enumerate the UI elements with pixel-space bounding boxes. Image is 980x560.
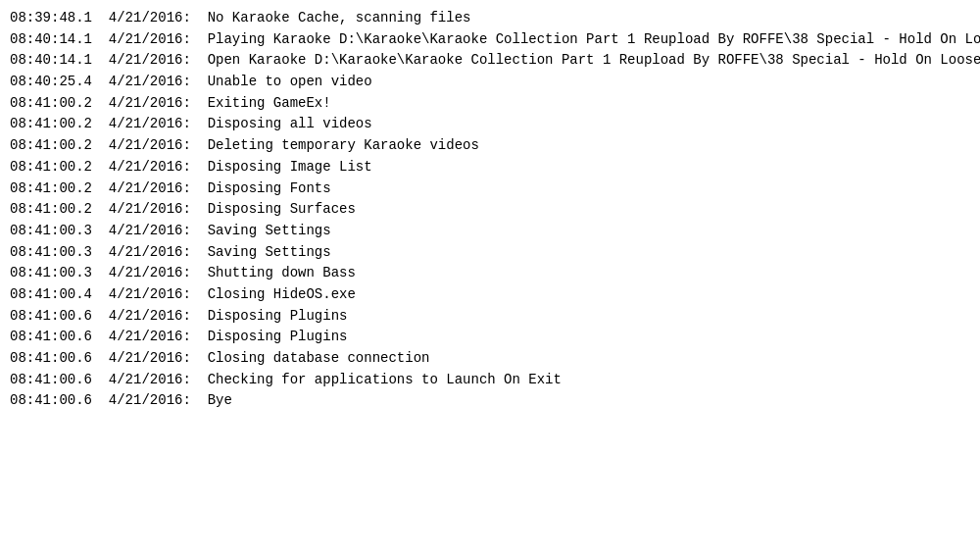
log-line: 08:41:00.2 4/21/2016: Disposing Image Li… <box>10 157 970 178</box>
log-line: 08:41:00.2 4/21/2016: Disposing Fonts <box>10 178 970 200</box>
log-line: 08:41:00.6 4/21/2016: Bye <box>10 390 970 412</box>
log-line: 08:41:00.2 4/21/2016: Deleting temporary… <box>10 135 970 157</box>
log-line: 08:41:00.3 4/21/2016: Saving Settings <box>10 221 970 242</box>
log-line: 08:40:25.4 4/21/2016: Unable to open vid… <box>10 72 970 93</box>
log-line: 08:41:00.3 4/21/2016: Saving Settings <box>10 242 970 264</box>
log-line: 08:40:14.1 4/21/2016: Playing Karaoke D:… <box>10 29 970 51</box>
log-line: 08:39:48.1 4/21/2016: No Karaoke Cache, … <box>10 8 970 29</box>
log-container: 08:39:48.1 4/21/2016: No Karaoke Cache, … <box>0 0 980 560</box>
log-line: 08:41:00.3 4/21/2016: Shutting down Bass <box>10 263 970 284</box>
log-line: 08:41:00.6 4/21/2016: Disposing Plugins <box>10 327 970 348</box>
log-line: 08:41:00.2 4/21/2016: Disposing all vide… <box>10 114 970 135</box>
log-line: 08:41:00.2 4/21/2016: Exiting GameEx! <box>10 93 970 115</box>
log-line: 08:41:00.6 4/21/2016: Closing database c… <box>10 348 970 370</box>
log-line: 08:41:00.2 4/21/2016: Disposing Surfaces <box>10 199 970 221</box>
log-line: 08:40:14.1 4/21/2016: Open Karaoke D:\Ka… <box>10 50 970 72</box>
log-line: 08:41:00.6 4/21/2016: Checking for appli… <box>10 370 970 391</box>
log-line: 08:41:00.6 4/21/2016: Disposing Plugins <box>10 306 970 328</box>
log-line: 08:41:00.4 4/21/2016: Closing HideOS.exe <box>10 284 970 306</box>
